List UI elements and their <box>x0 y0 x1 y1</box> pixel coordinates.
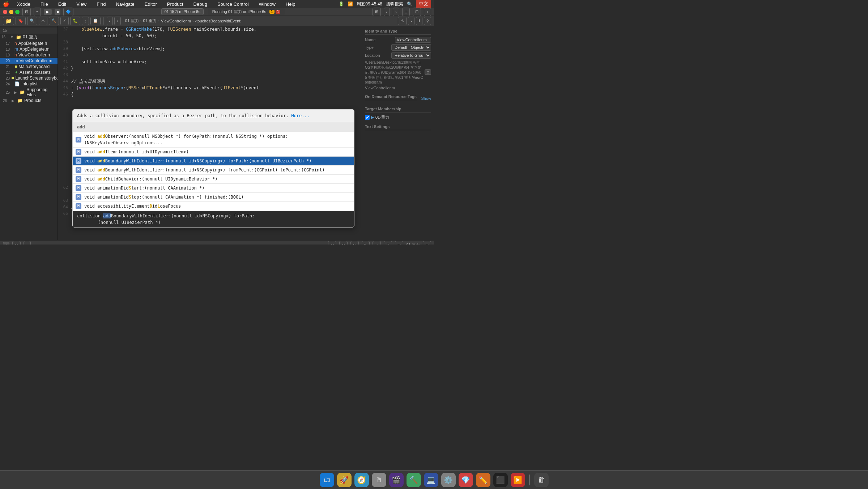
stop-button[interactable]: ■ <box>55 9 60 15</box>
on-demand-section: On Demand Resource Tags Show <box>365 94 431 102</box>
bc-sep3: › <box>192 19 194 23</box>
code-line-46: 46 { <box>58 91 362 98</box>
bookmark-btn[interactable]: 🔖 <box>16 17 26 25</box>
nav-forward-btn[interactable]: › <box>114 17 121 25</box>
code-content[interactable]: 37 blueView.frame = CGRectMake(170, [UIS… <box>58 26 362 240</box>
sidebar-main-storyboard[interactable]: 21 ■ Main.storyboard <box>0 64 58 69</box>
ac-item-2[interactable]: M void addBoundaryWithIdentifier:(nonnul… <box>73 157 354 166</box>
type-select[interactable]: Default - Objective-C... <box>391 44 431 51</box>
menu-find[interactable]: Find <box>94 1 108 7</box>
test-btn[interactable]: ✓ <box>60 17 69 25</box>
breakpoint-btn[interactable]: 🔷 <box>63 8 73 16</box>
next-error-btn[interactable]: › <box>408 17 414 25</box>
sidebar-item-group[interactable]: 16 ▼ 📁 01-重力 <box>0 34 58 41</box>
back-btn[interactable]: ‹ <box>384 8 390 16</box>
minimize-button[interactable] <box>9 10 13 14</box>
target-checkbox[interactable] <box>365 115 370 120</box>
ac-item-0[interactable]: M void addObserver:(nonnull NSObject *) … <box>73 132 354 148</box>
expand-console-btn[interactable]: ⊞ <box>423 241 431 245</box>
editor-layout-btn[interactable]: ⊞ <box>373 8 381 16</box>
step-into-btn[interactable]: ⊙ <box>384 241 392 245</box>
menu-source-control[interactable]: Source Control <box>215 1 251 7</box>
menu-product[interactable]: Product <box>165 1 186 7</box>
supporting-label: Supporting Files <box>26 87 56 97</box>
debug-area-btn[interactable]: ↩ <box>328 241 336 245</box>
sidebar-infoplist[interactable]: 24 📄 Info.plist <box>0 81 58 87</box>
panel-btn2[interactable]: ⊡ <box>395 241 403 245</box>
add-file-btn[interactable]: + <box>3 242 9 245</box>
search-icon[interactable]: 🔍 <box>407 1 412 7</box>
ac-item-7[interactable]: M void accessibilityElementDidLoseFocus <box>73 202 354 211</box>
nav-back-btn[interactable]: ‹ <box>107 17 113 25</box>
scheme-navigator-btn[interactable]: ≡ <box>34 8 41 16</box>
menu-navigate[interactable]: Navigate <box>114 1 136 7</box>
menu-edit[interactable]: Edit <box>56 1 68 7</box>
chinese-input-btn[interactable]: 中文 <box>416 0 431 8</box>
project-btn[interactable]: 📋 <box>90 17 101 25</box>
maximize-button[interactable] <box>15 10 20 14</box>
debug-btn[interactable]: 🐛 <box>70 17 80 25</box>
panel-btn1[interactable]: ⊡ <box>350 241 359 245</box>
list-view-btn[interactable]: ≡ <box>24 241 31 245</box>
menu-debug[interactable]: Debug <box>191 1 209 7</box>
sidebar-assets[interactable]: 22 ✦ Assets.xcassets <box>0 69 58 75</box>
name-input[interactable] <box>395 37 431 43</box>
menu-editor[interactable]: Editor <box>142 1 159 7</box>
sidebar-appdelegate-m[interactable]: 18 m AppDelegate.m <box>0 46 58 52</box>
inspector-info-btn[interactable]: ℹ <box>416 17 422 25</box>
file-label: AppDelegate.h <box>18 41 47 46</box>
show-btn[interactable]: Show <box>421 94 431 102</box>
ac-item-6[interactable]: M void animationDidStop:(nonnull CAAnima… <box>73 193 354 202</box>
locate-file-btn[interactable]: ⊙ <box>425 69 431 75</box>
sidebar-products[interactable]: 26 ▶ 📁 Products <box>0 98 58 103</box>
build-btn[interactable]: 🔨 <box>49 17 59 25</box>
sidebar-launchscreen[interactable]: 23 ■ LaunchScreen.storyboard <box>0 75 58 81</box>
run-button[interactable]: ▶ <box>44 9 52 15</box>
autocomplete-popup[interactable]: Adds a collision boundary, specified as … <box>72 109 354 228</box>
menu-view[interactable]: View <box>74 1 89 7</box>
play-debug-btn[interactable]: ▷ <box>362 241 370 245</box>
toolbar-right-1[interactable]: □ <box>402 8 410 16</box>
menu-window[interactable]: Window <box>257 1 278 7</box>
code-editor[interactable]: 37 blueView.frame = CGRectMake(170, [UIS… <box>58 26 362 240</box>
menu-help[interactable]: Help <box>284 1 298 7</box>
bc-group[interactable]: 01-重力 <box>143 18 157 24</box>
apple-menu[interactable]: 🍎 <box>3 1 9 7</box>
breakpoint-nav-btn[interactable]: ⊙ <box>339 241 348 245</box>
ac-item-3[interactable]: M void addBoundaryWithIdentifier:(nonnul… <box>73 166 354 175</box>
location-select[interactable]: Relative to Group <box>391 52 431 59</box>
folder-icon-btn[interactable]: 📁 <box>3 17 14 25</box>
ac-text-5: void animationDidStart:(nonnull CAAnimat… <box>84 185 351 191</box>
library-btn[interactable]: + <box>424 8 431 16</box>
menu-xcode[interactable]: Xcode <box>15 1 33 7</box>
ac-item-1[interactable]: M void addItem:(nonnull id<UIDynamicItem… <box>73 148 354 157</box>
error-nav-btn[interactable]: ⚠ <box>398 17 407 25</box>
search-btn[interactable]: 🔍 <box>27 17 37 25</box>
mac-menubar: 🍎 Xcode File Edit View Find Navigate Edi… <box>0 0 434 8</box>
filter-btn[interactable]: ⊡ <box>12 241 21 245</box>
inspector-toggle-btn[interactable]: ⊡ <box>413 8 421 16</box>
bc-method[interactable]: -touchesBegan:withEvent: <box>195 19 242 23</box>
group-label: 01-重力 <box>23 34 38 40</box>
sidebar-toggle-btn[interactable]: ⊡ <box>22 8 31 16</box>
sidebar-appdelegate-h[interactable]: 17 h AppDelegate.h <box>0 41 58 46</box>
scheme-selector[interactable]: 01-重力 ▸ iPhone 6s <box>161 8 204 15</box>
search-label[interactable]: 搜狗搜索 <box>386 1 403 7</box>
ac-item-4[interactable]: M void addChildBehavior:(nonnull UIDynam… <box>73 175 354 184</box>
ac-header: add <box>73 122 354 132</box>
menu-file[interactable]: File <box>38 1 50 7</box>
sidebar-viewcontroller-m[interactable]: 20 m ViewController.m <box>0 58 58 64</box>
quick-help-btn[interactable]: ? <box>424 17 431 25</box>
close-button[interactable] <box>3 10 7 14</box>
source-control-btn2[interactable]: ↕ <box>82 17 89 25</box>
forward-btn[interactable]: › <box>393 8 399 16</box>
sidebar-viewcontroller-h[interactable]: 19 h ViewController.h <box>0 52 58 58</box>
warning-btn[interactable]: ⚠ <box>39 17 47 25</box>
more-link[interactable]: More... <box>291 113 310 118</box>
ac-badge-3: M <box>76 167 81 173</box>
ac-item-5[interactable]: M void animationDidStart:(nonnull CAAnim… <box>73 184 354 193</box>
sidebar-supporting-files[interactable]: 25 ▶ 📁 Supporting Files <box>0 87 58 98</box>
bc-file[interactable]: ViewController.m <box>161 19 191 23</box>
bc-scheme[interactable]: 01-重力 <box>125 18 139 24</box>
step-over-btn[interactable]: ↩ <box>373 241 381 245</box>
